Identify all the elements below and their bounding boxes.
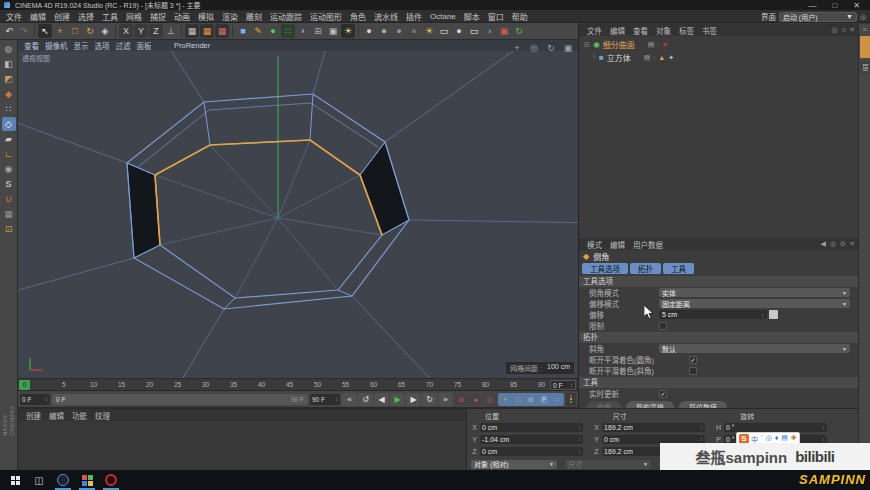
last-used-tool[interactable]: ◈	[98, 24, 112, 38]
render-queue[interactable]: ▦	[215, 24, 229, 38]
menu-item-14[interactable]: 流水线	[370, 11, 402, 22]
key-position-toggle[interactable]: +	[499, 394, 511, 405]
next-frame-button[interactable]: ▶	[406, 393, 421, 406]
om-menu-icon[interactable]: ≡	[850, 26, 854, 34]
viewport-menu-item-3[interactable]: 选项	[92, 40, 113, 51]
om-search-icon[interactable]: ◎	[832, 26, 838, 34]
keyframe-selection-button[interactable]: ◎	[483, 393, 496, 406]
go-to-start-button[interactable]: «	[342, 393, 357, 406]
reset-values-button[interactable]: 复位数值	[679, 401, 727, 408]
live-selection-tool[interactable]: ↖	[38, 24, 52, 38]
menu-item-0[interactable]: 文件	[2, 11, 26, 22]
taskbar-app-recorder[interactable]	[100, 470, 122, 490]
viewport-menu-item-1[interactable]: 摄像机	[42, 40, 71, 51]
spline-pen[interactable]: ✎	[251, 24, 265, 38]
enable-axis[interactable]: ∟	[2, 147, 16, 161]
taskbar-app-grid[interactable]	[76, 470, 98, 490]
object-row-subdivision[interactable]: ⊟ ◉ 细分曲面 ▤ ∶ ✕	[579, 38, 858, 51]
menu-item-2[interactable]: 创建	[50, 11, 74, 22]
tab-tool-option[interactable]: 工具选项	[582, 263, 628, 274]
am-menu-item-2[interactable]: 用户数据	[629, 239, 667, 250]
shading-sphere-4[interactable]: ●	[407, 24, 421, 38]
deformer[interactable]: ◗	[296, 24, 310, 38]
array-generator[interactable]: ∷	[281, 24, 295, 38]
viewport[interactable]: 查看摄像机显示选项过滤面板 ProRender 透视视图 +◎↻▣ 网格间距 :…	[18, 40, 578, 378]
object-name[interactable]: 立方体	[607, 52, 631, 63]
timeline-range-slider[interactable]: 0 F 90 F	[52, 394, 308, 405]
am-menu-item-1[interactable]: 编辑	[606, 239, 629, 250]
redo-icon[interactable]: ↷	[17, 24, 31, 38]
sogou-punctuation[interactable]: ’	[761, 434, 763, 444]
viewport-menu-item-0[interactable]: 查看	[21, 40, 42, 51]
sogou-chinese-mode[interactable]: 中	[751, 434, 758, 444]
close-button[interactable]: ✕	[853, 1, 860, 10]
viewport-canvas[interactable]	[18, 40, 578, 378]
material-manager[interactable]: 创建编辑功能纹理	[18, 408, 466, 470]
sogou-emoji[interactable]: ◎	[766, 434, 772, 444]
menu-item-9[interactable]: 渲染	[218, 11, 242, 22]
menu-item-10[interactable]: 雕刻	[242, 11, 266, 22]
polygons-mode[interactable]: ▰	[2, 132, 16, 146]
am-lock-icon[interactable]: ⊙	[840, 240, 846, 248]
environment-object[interactable]: ◑	[482, 24, 496, 38]
phong-tag-icon[interactable]: ✦	[668, 54, 674, 62]
start-button[interactable]	[4, 470, 26, 490]
om-menu-item-2[interactable]: 查看	[629, 25, 652, 36]
lock-y-axis[interactable]: Y	[134, 24, 148, 38]
size-x-field[interactable]: 169.2 cm↕	[602, 423, 705, 432]
menu-item-6[interactable]: 捕捉	[146, 11, 170, 22]
add-cube-primitive[interactable]: ■	[236, 24, 250, 38]
edges-mode[interactable]: ◇	[2, 117, 16, 131]
search-icon[interactable]: ◎	[860, 13, 866, 21]
om-menu-item-0[interactable]: 文件	[583, 25, 606, 36]
scale-tool[interactable]: □	[68, 24, 82, 38]
move-tool[interactable]: +	[53, 24, 67, 38]
menu-item-18[interactable]: 窗口	[484, 11, 508, 22]
menu-item-11[interactable]: 运动跟踪	[266, 11, 306, 22]
om-home-icon[interactable]: ⌂	[842, 26, 846, 34]
mograph-cloner[interactable]: ⊞	[311, 24, 325, 38]
layer-icon[interactable]: ▤	[644, 54, 651, 62]
refresh-icon[interactable]: ↻	[512, 24, 526, 38]
sky-object[interactable]: ●	[452, 24, 466, 38]
end-frame-field[interactable]: 90 F ↕	[310, 394, 340, 405]
light-object[interactable]: ☀	[341, 24, 355, 38]
sogou-mic[interactable]: ♦	[775, 434, 779, 444]
current-frame-field[interactable]: 0 F ↕	[550, 380, 576, 390]
visibility-dots-icon[interactable]: ∶	[653, 54, 655, 62]
loop-button[interactable]: ↻	[422, 393, 437, 406]
sogou-keyboard[interactable]: ▤	[781, 434, 788, 444]
size-mode-dropdown[interactable]: 尺寸 ▼	[565, 460, 651, 469]
break-miter-checkbox[interactable]	[689, 367, 697, 375]
menu-item-19[interactable]: 帮助	[508, 11, 532, 22]
play-backward-button[interactable]: ↺	[358, 393, 373, 406]
menu-item-12[interactable]: 运动图形	[306, 11, 346, 22]
sun-light[interactable]: ☀	[422, 24, 436, 38]
subdivision-surface-generator[interactable]: ●	[266, 24, 280, 38]
shading-sphere-2[interactable]: ●	[377, 24, 391, 38]
key-pla-toggle[interactable]: ∷	[551, 394, 563, 405]
autokeying-button[interactable]: ●	[469, 393, 482, 406]
expand-icon[interactable]: ⊟	[584, 41, 590, 49]
previous-frame-button[interactable]: ◀	[374, 393, 389, 406]
coordinate-system[interactable]: ⊥	[164, 24, 178, 38]
mm-menu-item-3[interactable]: 纹理	[91, 410, 114, 421]
selection-tag-icon[interactable]: ▲	[658, 54, 665, 61]
toggle-view-icon[interactable]: ▣	[561, 41, 575, 55]
om-menu-item-4[interactable]: 标签	[675, 25, 698, 36]
rotate-view-icon[interactable]: ↻	[544, 41, 558, 55]
disabled-icon[interactable]: ✕	[662, 41, 668, 49]
am-search-icon[interactable]: ◎	[830, 240, 836, 248]
taskbar-app-c4d[interactable]	[52, 470, 74, 490]
render-settings[interactable]: ▦	[200, 24, 214, 38]
limit-checkbox[interactable]	[659, 322, 667, 330]
record-keyframe-button[interactable]: ⊘	[455, 393, 468, 406]
position-z-field[interactable]: 0 cm↕	[480, 447, 583, 456]
play-forward-button[interactable]: ▶	[390, 393, 405, 406]
viewport-menu-item-4[interactable]: 过滤	[113, 40, 134, 51]
floor-object[interactable]: ▭	[437, 24, 451, 38]
stage-camera[interactable]: ▣	[497, 24, 511, 38]
menu-item-7[interactable]: 动画	[170, 11, 194, 22]
dock-tab-active[interactable]	[860, 36, 870, 58]
lock-x-axis[interactable]: X	[119, 24, 133, 38]
